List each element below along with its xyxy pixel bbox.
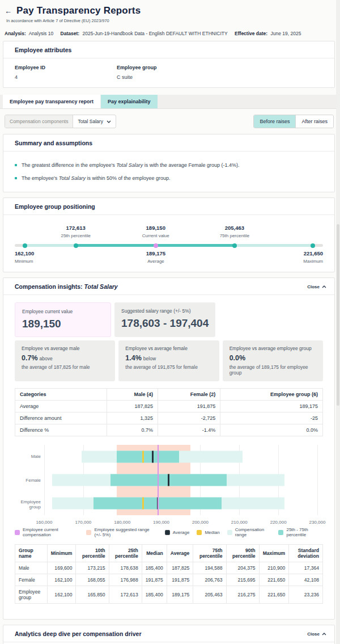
- chart-row: [44, 492, 317, 515]
- x-axis-tick-label: 190,000: [153, 520, 169, 525]
- legend-label: Employee current compensation: [23, 527, 79, 537]
- cell-value: 191,875: [167, 574, 193, 586]
- slider-top-marker: 189,150Current value: [142, 225, 169, 238]
- legend-label: 25th - 75th percentile: [286, 527, 323, 537]
- percentile-dot[interactable]: [74, 243, 78, 248]
- percentile-dot[interactable]: [232, 243, 237, 248]
- column-header: Average: [167, 545, 193, 562]
- vs-average-employee-group-card: Employee vs average employee group 0.0% …: [223, 340, 323, 381]
- average-line: [168, 474, 169, 486]
- x-axis-tick-label: 170,000: [75, 520, 91, 525]
- cell-value: 221,650: [259, 586, 289, 604]
- legend-swatch: [15, 530, 20, 535]
- legend-item: Employee suggested range (+/- 5%): [86, 527, 157, 537]
- column-header: 25th percentile: [109, 545, 142, 562]
- current-value-dot[interactable]: [154, 243, 158, 248]
- table-header-row: CategoriesMale (4)Female (2)Employee gro…: [15, 389, 323, 401]
- column-header: Male (4): [107, 389, 158, 401]
- chart-row: [44, 445, 317, 468]
- compensation-chart: MaleFemaleEmployee group160,000170,00018…: [15, 444, 323, 525]
- cell-value: 162,100: [47, 574, 76, 586]
- before-raises-button[interactable]: Before raises: [254, 115, 295, 128]
- scrollbar-thumb[interactable]: [337, 224, 339, 406]
- page-header: ← Pay Transparency Reports In accordance…: [3, 0, 335, 36]
- row-label: Difference amount: [15, 413, 107, 424]
- median-line: [142, 498, 144, 510]
- chart-row: [44, 468, 317, 491]
- group-positioning-panel: Employee group positioning 172,61325th p…: [3, 197, 335, 272]
- tab-pay-explainability[interactable]: Pay explainability: [101, 95, 158, 108]
- cell-value: 173,215: [76, 562, 109, 574]
- effective-date-label: Effective date:: [235, 31, 267, 36]
- vs-average-female-card: Employee vs average female 1.4%below the…: [118, 340, 219, 381]
- legend-swatch: [86, 530, 91, 535]
- cell-value: 191,875: [158, 401, 220, 413]
- range-end-dot[interactable]: [311, 243, 315, 248]
- legend-label: Employee suggested range (+/- 5%): [94, 527, 157, 537]
- range-end-dot[interactable]: [23, 243, 27, 248]
- summary-bullet: The greatest difference in the employee'…: [15, 162, 323, 168]
- compensation-components-dropdown[interactable]: Compensation components Total Salary: [5, 115, 116, 128]
- cell-value: 194,588: [193, 562, 226, 574]
- employee-group-value: C suite: [117, 74, 157, 80]
- chevron-down-icon: [107, 120, 111, 123]
- employee-id-value: 4: [15, 74, 117, 80]
- cell-value: 187,825: [107, 401, 158, 413]
- table-row: Difference amount1,325-2,725-25: [15, 413, 323, 424]
- bullet-icon: [15, 164, 17, 166]
- cell-value: 206,763: [193, 574, 226, 586]
- cell-value: 17,364: [289, 562, 323, 574]
- compensation-insights-panel: Compensation insights: Total Salary Clos…: [3, 277, 335, 620]
- employee-attributes-panel: Employee attributes Employee ID 4 Employ…: [3, 41, 335, 88]
- average-line: [152, 451, 154, 462]
- column-header: Categories: [15, 389, 107, 401]
- cell-value: -25: [220, 413, 323, 424]
- page-subtitle: In accordance with Article 7 of Directiv…: [6, 18, 335, 23]
- chart-row-label: Female: [15, 469, 41, 493]
- row-label: Difference %: [15, 424, 107, 436]
- insights-close-button[interactable]: Close: [307, 284, 326, 289]
- marker-label: 25th percentile: [61, 233, 90, 238]
- gridline: [317, 445, 318, 515]
- slider-bottom-marker: 162,100Minimum: [15, 250, 34, 264]
- analytics-close-button[interactable]: Close: [307, 632, 326, 637]
- cell-value: 178,638: [109, 562, 142, 574]
- compensation-components-value: Total Salary: [78, 119, 103, 124]
- compensation-components-label: Compensation components: [5, 115, 73, 128]
- cell-value: 23,236: [289, 586, 323, 604]
- cell-value: 185,400: [142, 586, 167, 604]
- iqr-bar: [117, 451, 179, 462]
- column-header: 75th percentile: [193, 545, 226, 562]
- slider-bottom-marker: 221,650Maximum: [303, 250, 323, 264]
- table-row: Female162,100168,055176,988191,875191,87…: [15, 574, 323, 586]
- marker-value: 172,613: [61, 225, 90, 231]
- analysis-label: Analysis:: [5, 31, 26, 36]
- legend-swatch: [227, 530, 232, 535]
- legend-item: Employee current compensation: [15, 527, 79, 537]
- tab-employee-pay-transparency-report[interactable]: Employee pay transparency report: [3, 95, 100, 108]
- back-arrow-icon[interactable]: ←: [5, 7, 12, 15]
- after-raises-button[interactable]: After raises: [295, 115, 333, 128]
- table-row: Difference %0.7%-1.4%0.0%: [15, 424, 323, 436]
- table-row: Average187,825191,875189,175: [15, 401, 323, 413]
- report-toolbar: Compensation components Total Salary Bef…: [5, 115, 334, 128]
- pay-transparency-page: ← Pay Transparency Reports In accordance…: [0, 0, 340, 644]
- cell-value: 168,055: [76, 574, 109, 586]
- analysis-value: Analysis 10: [29, 31, 53, 36]
- cell-value: 1,325: [107, 413, 158, 424]
- column-header: Employee group (6): [220, 389, 323, 401]
- x-axis-tick-label: 200,000: [192, 520, 209, 525]
- legend-item: Average: [165, 527, 190, 537]
- positioning-slider: 172,61325th percentile189,150Current val…: [15, 224, 323, 264]
- column-header: Female (2): [158, 389, 220, 401]
- column-header: 90th percentile: [226, 545, 259, 562]
- column-header: Group name: [15, 545, 48, 562]
- marker-label: Current value: [142, 233, 169, 238]
- chart-row-label: Employee group: [15, 493, 41, 516]
- page-scrollbar[interactable]: [336, 0, 340, 644]
- legend-item: Median: [197, 527, 219, 537]
- column-header: Maximum: [259, 545, 289, 562]
- employee-attributes-title: Employee attributes: [3, 41, 334, 58]
- marker-value: 189,175: [146, 250, 165, 256]
- x-axis-tick-label: 180,000: [114, 520, 130, 525]
